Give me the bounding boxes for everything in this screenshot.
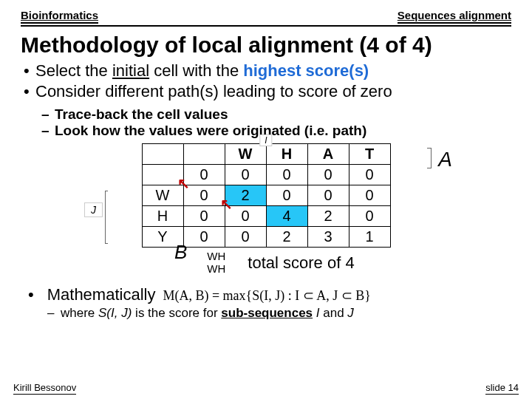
matrix-col-head (142, 144, 183, 165)
bullet-1-highlight: highest score(s) (243, 61, 369, 80)
where-i: I (313, 306, 319, 320)
matrix-head-row: W H A T (142, 144, 390, 165)
matrix-cell: 0 (266, 185, 307, 206)
aligned-A: WH (207, 250, 225, 263)
b-label: B (174, 241, 187, 264)
matrix-row: W 0 2 0 0 0 (142, 185, 390, 206)
matrix-cell: 0 (225, 206, 266, 227)
bullet-2: Consider different path(s) leading to sc… (21, 81, 511, 102)
matrix-cell: 0 (307, 185, 349, 206)
where-line: where S(I, J) is the score for sub-seque… (21, 306, 511, 321)
a-bracket-icon (427, 148, 432, 168)
bullet-1: Select the initial cell with the highest… (21, 61, 511, 81)
matrix-cell: 0 (307, 165, 349, 185)
where-j: J (347, 306, 354, 320)
matrix-cell: 0 (266, 165, 307, 185)
matrix-cell: 0 (225, 165, 266, 185)
footer-slide-num: slide 14 (485, 382, 519, 395)
where-pre: where (61, 306, 98, 320)
page-title: Methodology of local alignment (4 of 4) (21, 33, 511, 58)
i-label: I (259, 134, 272, 146)
aligned-B: WH (207, 263, 225, 276)
where-and: and (320, 306, 348, 320)
sub-bullet-1: Trace-back the cell values (21, 106, 511, 123)
bullet-1-pre: Select the (35, 61, 112, 80)
matrix-row-head: H (142, 206, 183, 227)
a-label: A (438, 148, 452, 171)
matrix-cell-path: 4 (266, 206, 307, 227)
matrix-cell: 0 (349, 185, 390, 206)
matrix-cell: 0 (183, 227, 225, 248)
bullet-1-mid: cell with the (149, 61, 243, 80)
j-label: J (84, 202, 103, 217)
bullet-list: Select the initial cell with the highest… (21, 61, 511, 102)
matrix-cell: 0 (349, 206, 390, 227)
footer-author: Kirill Bessonov (13, 382, 76, 395)
matrix-row: H 0 0 4 2 0 (142, 206, 390, 227)
dp-matrix: W H A T 0 0 0 0 0 W 0 2 0 0 0 (142, 143, 391, 248)
math-row: • Mathematically M(A, B) = max{S(I, J) :… (21, 285, 511, 304)
aligned-subseq: WH WH (207, 250, 225, 275)
j-bracket-icon (105, 191, 108, 244)
matrix-cell: 0 (183, 185, 225, 206)
matrix-cell: 3 (307, 227, 349, 248)
header-bar: Bioinformatics Sequences alignment (21, 9, 511, 24)
alignment-result-row: WH WH total score of 4 (21, 250, 511, 275)
matrix-col-head: T (349, 144, 390, 165)
matrix-cell: 0 (349, 165, 390, 185)
matrix-cell: 0 (183, 206, 225, 227)
matrix-col-head: W (225, 144, 266, 165)
header-rule (21, 25, 511, 27)
math-formula: M(A, B) = max{S(I, J) : I ⊂ A, J ⊂ B} (163, 287, 370, 304)
matrix-cell: 0 (183, 165, 225, 185)
total-score: total score of 4 (248, 253, 354, 273)
matrix-col-head (183, 144, 225, 165)
where-sij: S(I, J) (98, 306, 132, 320)
footer: Kirill Bessonov slide 14 (13, 382, 519, 395)
matrix-cell: 1 (349, 227, 390, 248)
matrix-wrap: I J A W H A T 0 0 0 0 0 W (111, 143, 421, 248)
where-mid: is the score for (132, 306, 221, 320)
matrix-cell-path: 2 (225, 185, 266, 206)
matrix-col-head: A (307, 144, 349, 165)
bullet-dot: • (28, 285, 34, 304)
matrix-row: 0 0 0 0 0 (142, 165, 390, 185)
matrix-row-head: W (142, 185, 183, 206)
matrix-cell: 0 (225, 227, 266, 248)
slide: Bioinformatics Sequences alignment Metho… (0, 0, 532, 399)
matrix-row-head (142, 165, 183, 185)
matrix-cell: 2 (266, 227, 307, 248)
header-left: Bioinformatics (21, 9, 98, 24)
matrix-cell: 2 (307, 206, 349, 227)
math-label: Mathematically (47, 285, 156, 304)
header-right: Sequences alignment (398, 9, 511, 24)
where-bold: sub-sequences (221, 306, 313, 320)
bullet-1-underlined: initial (112, 61, 149, 80)
matrix-col-head: H (266, 144, 307, 165)
